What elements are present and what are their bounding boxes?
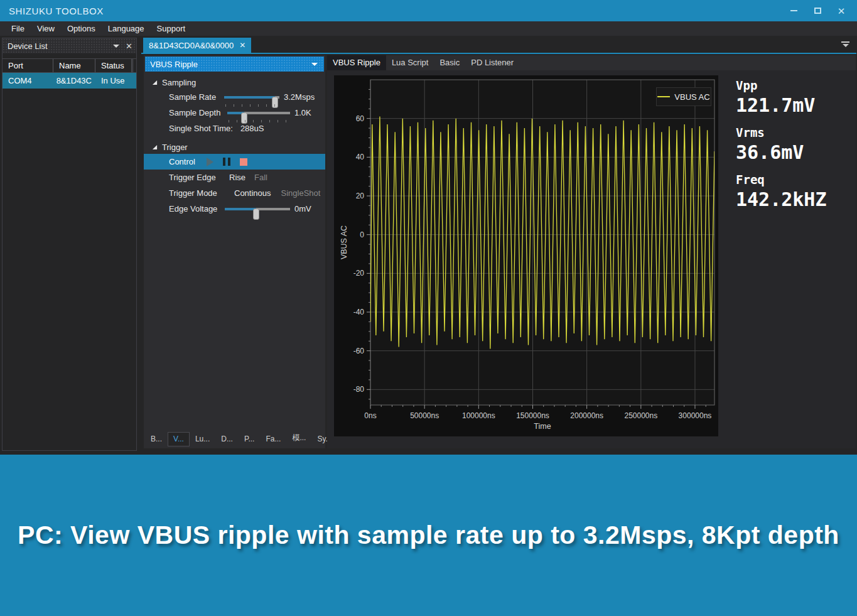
device-name: 8&1D43C — [53, 76, 95, 85]
edge-voltage-row: Edge Voltage 0mV — [144, 201, 325, 217]
svg-text:-60: -60 — [353, 347, 365, 355]
tab-lua-script[interactable]: Lua Script — [386, 55, 434, 70]
document-tab-underline — [141, 53, 856, 54]
edge-voltage-label: Edge Voltage — [169, 204, 222, 213]
slider-thumb[interactable] — [253, 208, 259, 220]
control-label: Control — [169, 157, 195, 166]
edge-voltage-slider[interactable] — [225, 203, 290, 215]
vbus-ripple-chart[interactable]: 0ns50000ns100000ns150000ns200000ns250000… — [334, 75, 718, 436]
props-tab-Fa[interactable]: Fa... — [260, 432, 286, 446]
app-window: SHIZUKU TOOLBOX ✕ FileViewOptionsLanguag… — [0, 0, 857, 455]
props-tab-B[interactable]: B... — [145, 432, 168, 446]
device-list-title-bar[interactable]: Device List ✕ — [3, 38, 136, 53]
device-status: In Use — [95, 76, 133, 85]
chevron-down-icon[interactable] — [113, 45, 119, 48]
view-selector-dropdown[interactable]: VBUS Ripple — [145, 57, 324, 72]
svg-text:200000ns: 200000ns — [570, 411, 603, 420]
trigger-edge-label: Trigger Edge — [169, 173, 229, 182]
caption-banner: PC: View VBUS ripple with sample rate up… — [0, 455, 857, 616]
maximize-button[interactable] — [806, 0, 829, 21]
minimize-button[interactable] — [782, 0, 806, 21]
svg-text:VBUS AC: VBUS AC — [340, 225, 348, 259]
group-trigger-label: Trigger — [162, 143, 188, 152]
trigger-mode-row: Trigger Mode Continous SingleShot — [144, 185, 325, 201]
measurement-vpp: Vpp121.7mV — [736, 78, 827, 117]
sample-rate-slider[interactable] — [224, 91, 279, 104]
document-tab-close-icon[interactable]: ✕ — [239, 41, 245, 50]
props-tab-D[interactable]: D... — [215, 432, 239, 446]
device-port: COM4 — [3, 76, 53, 85]
tab-pd-listener[interactable]: PD Listener — [465, 55, 519, 70]
menu-item-options[interactable]: Options — [61, 22, 102, 35]
stop-icon[interactable] — [240, 158, 247, 166]
device-column-header-port: Port — [3, 59, 53, 72]
device-table-header: PortNameStatus — [3, 58, 136, 73]
sample-rate-label: Sample Rate — [169, 92, 221, 102]
props-tab-Lu[interactable]: Lu... — [190, 432, 215, 446]
svg-text:-40: -40 — [353, 308, 365, 316]
minimize-icon — [790, 10, 797, 11]
expander-icon — [152, 80, 158, 85]
play-icon[interactable] — [207, 158, 213, 166]
measurement-label: Vpp — [736, 78, 827, 94]
chart-svg: 0ns50000ns100000ns150000ns200000ns250000… — [334, 75, 718, 436]
group-trigger[interactable]: Trigger — [144, 140, 325, 154]
svg-text:50000ns: 50000ns — [410, 411, 439, 420]
measurement-freq: Freq142.2kHZ — [736, 172, 827, 211]
single-shot-row: Single Shot Time: 288uS — [144, 121, 325, 136]
group-sampling[interactable]: Sampling — [144, 75, 325, 89]
close-icon: ✕ — [838, 6, 846, 16]
trigger-mode-option-continous[interactable]: Continous — [234, 188, 271, 198]
trigger-edge-option-fall[interactable]: Fall — [254, 173, 267, 182]
document-tab-label: 8&1D43CD0A&0&0000 — [149, 41, 234, 50]
trigger-edge-row: Trigger Edge Rise Fall — [144, 170, 325, 185]
device-column-header-status: Status — [95, 59, 133, 72]
tab-basic[interactable]: Basic — [434, 55, 465, 70]
single-shot-label: Single Shot Time: — [169, 124, 233, 133]
close-button[interactable]: ✕ — [829, 0, 853, 21]
svg-text:Time: Time — [534, 422, 551, 431]
menu-item-file[interactable]: File — [5, 22, 31, 35]
document-tab[interactable]: 8&1D43CD0A&0&0000 ✕ — [143, 38, 251, 53]
properties-bottom-tabs: B...V...Lu...D...P...Fa...模...Sy... — [145, 430, 338, 446]
title-bar: SHIZUKU TOOLBOX ✕ — [0, 0, 857, 21]
svg-text:150000ns: 150000ns — [516, 411, 549, 420]
measurement-label: Vrms — [736, 125, 827, 141]
menu-bar: FileViewOptionsLanguageSupport — [0, 21, 857, 36]
sample-rate-value: 3.2Msps — [284, 92, 315, 102]
props-tab-P[interactable]: P... — [239, 432, 260, 446]
menu-item-support[interactable]: Support — [151, 22, 192, 35]
menu-item-view[interactable]: View — [31, 22, 61, 35]
menu-item-language[interactable]: Language — [102, 22, 151, 35]
trigger-edge-option-rise[interactable]: Rise — [229, 173, 245, 182]
svg-text:-80: -80 — [353, 385, 365, 394]
sample-depth-row: Sample Depth 1.0K — [144, 105, 325, 121]
svg-text:60: 60 — [356, 114, 365, 123]
close-panel-icon[interactable]: ✕ — [126, 41, 132, 51]
trigger-control-row: Control — [144, 154, 325, 170]
pause-icon[interactable] — [223, 158, 230, 166]
svg-text:0: 0 — [360, 230, 364, 239]
props-tab-V[interactable]: V... — [168, 432, 190, 446]
measurement-value: 142.2kHZ — [736, 188, 827, 211]
sample-depth-slider[interactable] — [227, 107, 290, 119]
view-selector-label: VBUS Ripple — [150, 60, 311, 69]
svg-text:0ns: 0ns — [364, 411, 376, 420]
svg-text:100000ns: 100000ns — [462, 411, 495, 420]
svg-text:-20: -20 — [353, 269, 365, 278]
tab-vbus-ripple[interactable]: VBUS Ripple — [327, 55, 386, 70]
chart-panel: VBUS RippleLua ScriptBasicPD Listener 0n… — [327, 55, 856, 448]
measurement-label: Freq — [736, 172, 827, 188]
expander-icon — [152, 144, 158, 150]
trigger-mode-option-singleshot[interactable]: SingleShot — [281, 188, 321, 198]
window-list-icon[interactable] — [841, 41, 849, 48]
device-column-header-name: Name — [53, 59, 95, 72]
table-row[interactable]: COM48&1D43CIn Use — [3, 73, 136, 89]
props-tab-模[interactable]: 模... — [286, 430, 311, 446]
group-sampling-label: Sampling — [162, 78, 196, 87]
measurements-panel: Vpp121.7mVVrms36.6mVFreq142.2kHZ — [736, 78, 827, 219]
measurement-vrms: Vrms36.6mV — [736, 125, 827, 164]
caption-text: PC: View VBUS ripple with sample rate up… — [18, 521, 839, 550]
measurement-value: 36.6mV — [736, 141, 827, 164]
legend-label: VBUS AC — [674, 92, 709, 102]
